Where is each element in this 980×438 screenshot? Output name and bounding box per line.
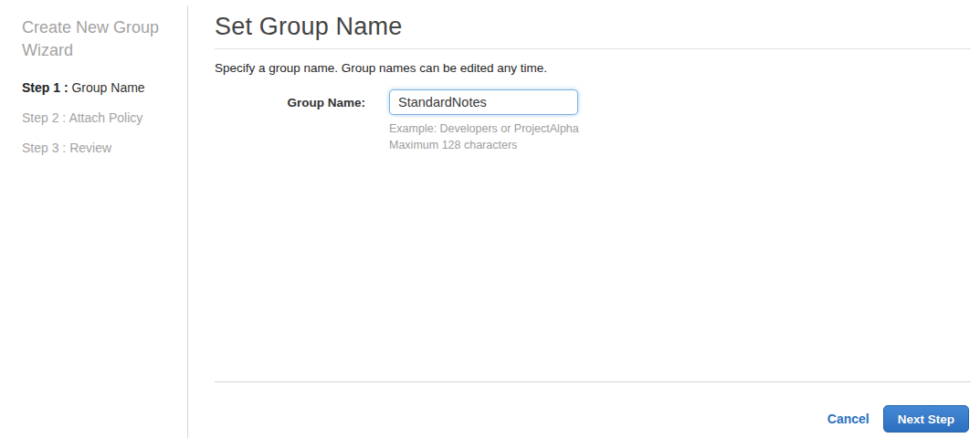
- wizard-title: Create New Group Wizard: [22, 16, 173, 62]
- page-title: Set Group Name: [215, 13, 971, 41]
- footer-divider: [215, 381, 971, 382]
- group-name-label: Group Name:: [215, 89, 365, 110]
- hint-max-characters: Maximum 128 characters: [389, 137, 579, 153]
- step-2-prefix: Step 2 :: [22, 110, 68, 125]
- step-2-attach-policy: Step 2 : Attach Policy: [22, 111, 173, 124]
- next-step-button[interactable]: Next Step: [883, 405, 969, 433]
- cancel-button[interactable]: Cancel: [827, 412, 869, 426]
- page-description: Specify a group name. Group names can be…: [215, 61, 971, 75]
- wizard-sidebar: Create New Group Wizard Step 1 : Group N…: [22, 16, 173, 172]
- group-name-input[interactable]: [389, 89, 578, 115]
- footer-actions: Cancel Next Step: [827, 405, 969, 433]
- step-1-prefix: Step 1 :: [22, 80, 71, 95]
- step-1-group-name: Step 1 : Group Name: [22, 81, 173, 94]
- hint-example: Example: Developers or ProjectAlpha: [389, 120, 579, 137]
- step-1-label: Group Name: [71, 80, 144, 95]
- step-3-prefix: Step 3 :: [22, 141, 69, 155]
- step-3-review: Step 3 : Review: [22, 141, 173, 154]
- sidebar-divider: [187, 5, 188, 438]
- main-panel: Set Group Name Specify a group name. Gro…: [215, 0, 971, 438]
- group-name-row: Group Name: Example: Developers or Proje…: [215, 89, 971, 153]
- wizard-steps: Step 1 : Group Name Step 2 : Attach Poli…: [22, 81, 173, 154]
- group-name-field: Example: Developers or ProjectAlpha Maxi…: [389, 89, 579, 153]
- title-divider: [215, 48, 971, 49]
- group-name-hints: Example: Developers or ProjectAlpha Maxi…: [389, 120, 579, 153]
- step-2-label: Attach Policy: [68, 110, 142, 125]
- step-3-label: Review: [69, 141, 111, 155]
